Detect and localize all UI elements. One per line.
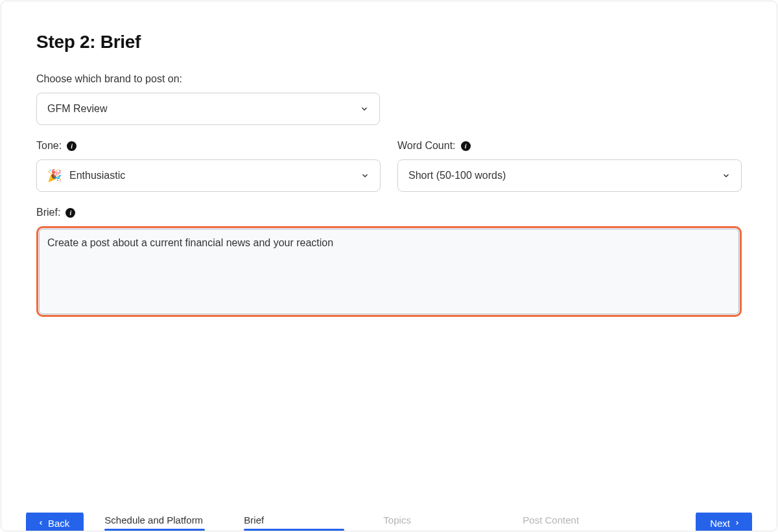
brand-field: Choose which brand to post on: GFM Revie… [36, 73, 742, 125]
chevron-left-icon [38, 520, 44, 526]
step-schedule-and-platform[interactable]: Schedule and Platform [104, 515, 205, 529]
party-popper-icon: 🎉 [47, 168, 62, 183]
tone-label-text: Tone: [36, 140, 62, 152]
step-post-content[interactable]: Post Content [523, 515, 623, 529]
brand-select[interactable]: GFM Review [36, 93, 380, 125]
brief-textarea[interactable] [36, 226, 742, 317]
next-button-label: Next [710, 518, 730, 529]
brief-field: Brief: i [36, 207, 742, 319]
chevron-down-icon [360, 171, 370, 180]
wizard-panel: Step 2: Brief Choose which brand to post… [1, 1, 777, 531]
tone-select[interactable]: 🎉 Enthusiastic [36, 159, 381, 192]
brief-label: Brief: i [36, 207, 742, 218]
word-count-label: Word Count: i [397, 140, 742, 152]
brand-label-text: Choose which brand to post on: [36, 73, 182, 85]
step-topics[interactable]: Topics [383, 515, 484, 529]
wizard-footer: Back Schedule and Platform Brief Topics … [1, 513, 777, 531]
tone-label: Tone: i [36, 140, 381, 152]
word-count-select[interactable]: Short (50-100 words) [397, 159, 742, 192]
info-icon[interactable]: i [461, 141, 471, 151]
info-icon[interactable]: i [65, 208, 75, 218]
tone-selected-value: Enthusiastic [69, 170, 125, 181]
word-count-field: Word Count: i Short (50-100 words) [397, 140, 742, 192]
info-icon[interactable]: i [67, 141, 77, 151]
word-count-label-text: Word Count: [397, 140, 456, 152]
chevron-down-icon [722, 171, 731, 180]
progress-steps: Schedule and Platform Brief Topics Post … [104, 515, 696, 529]
chevron-right-icon [734, 520, 740, 526]
step-brief[interactable]: Brief [244, 515, 344, 529]
step-title: Step 2: Brief [36, 32, 742, 52]
tone-field: Tone: i 🎉 Enthusiastic [36, 140, 381, 192]
next-button[interactable]: Next [696, 513, 752, 531]
word-count-selected-value: Short (50-100 words) [408, 170, 506, 181]
brand-selected-value: GFM Review [47, 103, 107, 115]
brief-label-text: Brief: [36, 207, 60, 218]
back-button-label: Back [48, 518, 69, 529]
chevron-down-icon [360, 104, 369, 113]
brand-label: Choose which brand to post on: [36, 73, 742, 85]
back-button[interactable]: Back [26, 513, 84, 531]
